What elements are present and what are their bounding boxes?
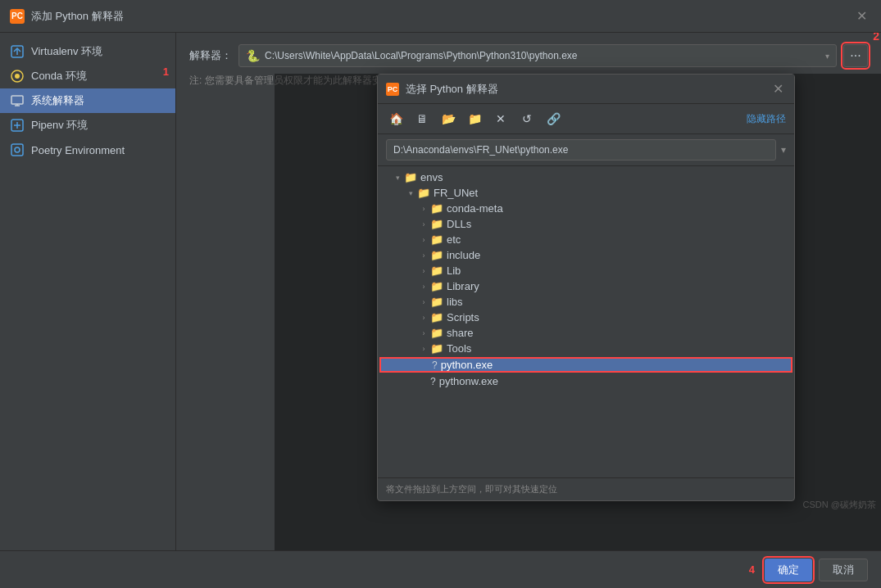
path-input-row: ▾ — [378, 134, 794, 166]
poetry-label: Poetry Environment — [31, 144, 125, 156]
folder-icon: 📁 — [430, 280, 443, 292]
interpreter-label: 解释器： — [189, 48, 232, 63]
folder-icon: 📁 — [430, 296, 443, 308]
close-button[interactable]: ✕ — [851, 7, 871, 26]
folder-icon: 📁 — [417, 187, 430, 199]
cancel-button[interactable]: 取消 — [819, 559, 868, 581]
tree-toggle-lib[interactable]: › — [417, 267, 430, 275]
annotation-1: 1 — [163, 66, 169, 78]
outer-dialog: PC 添加 Python 解释器 ✕ Virtualenv 环境 — [0, 0, 881, 588]
tree-toggle-tools[interactable]: › — [417, 345, 430, 353]
tree-item-etc[interactable]: › 📁 etc — [378, 232, 794, 247]
conda-icon — [10, 69, 25, 84]
tree-item-python-exe[interactable]: ? python.exe — [379, 357, 792, 373]
tree-label-pythonw-exe: pythonw.exe — [439, 375, 498, 387]
folder-icon: 📁 — [430, 265, 443, 277]
main-panel: 解释器： 🐍 C:\Users\White\AppData\Local\Prog… — [176, 33, 881, 550]
tree-item-conda-meta[interactable]: › 📁 conda-meta — [378, 201, 794, 216]
svg-point-6 — [15, 147, 20, 152]
tree-toggle-conda-meta[interactable]: › — [417, 205, 430, 213]
virtualenv-icon — [10, 44, 25, 59]
inner-app-icon: PC — [386, 83, 399, 96]
path-arrow-icon[interactable]: ▾ — [781, 144, 786, 156]
tree-label-scripts: Scripts — [447, 311, 479, 323]
annotation-2: 2 — [873, 33, 879, 43]
tree-item-envs[interactable]: ▾ 📁 envs — [378, 170, 794, 185]
inner-dialog: PC 选择 Python 解释器 ✕ 🏠 🖥 📂 📁 ✕ ↺ 🔗 — [377, 74, 795, 501]
tree-item-dlls[interactable]: › 📁 DLLs — [378, 216, 794, 232]
inner-toolbar: 🏠 🖥 📂 📁 ✕ ↺ 🔗 隐藏路径 — [378, 104, 794, 134]
hide-path-button[interactable]: 隐藏路径 — [747, 112, 786, 126]
inner-dialog-title: 选择 Python 解释器 — [406, 82, 770, 97]
app-icon: PC — [10, 9, 25, 24]
tree-toggle-etc[interactable]: › — [417, 236, 430, 244]
tree-item-scripts[interactable]: › 📁 Scripts — [378, 310, 794, 325]
tree-toggle-include[interactable]: › — [417, 251, 430, 260]
sidebar: Virtualenv 环境 Conda 环境 1 — [0, 33, 176, 550]
path-input[interactable] — [386, 139, 776, 161]
tree-item-libs[interactable]: › 📁 libs — [378, 294, 794, 310]
sidebar-item-conda[interactable]: Conda 环境 1 — [0, 64, 175, 88]
sidebar-item-poetry[interactable]: Poetry Environment — [0, 138, 175, 162]
inner-dialog-overlay: PC 选择 Python 解释器 ✕ 🏠 🖥 📂 📁 ✕ ↺ 🔗 — [275, 74, 881, 550]
tree-label-etc: etc — [447, 233, 461, 246]
svg-rect-3 — [11, 96, 23, 104]
tree-toggle-library[interactable]: › — [417, 283, 430, 291]
tree-toggle-frunet[interactable]: ▾ — [404, 189, 417, 197]
folder-icon: 📁 — [430, 218, 443, 230]
annotation-4: 4 — [749, 563, 755, 576]
folder-icon: 📁 — [430, 249, 443, 261]
toolbar-folder-button[interactable]: 📂 — [438, 109, 458, 129]
dropdown-arrow-icon: ▾ — [825, 52, 829, 61]
folder-icon: 📁 — [430, 202, 443, 215]
toolbar-monitor-button[interactable]: 🖥 — [412, 109, 432, 129]
tree-item-tools[interactable]: › 📁 Tools 3 — [378, 341, 794, 356]
search-hint: 将文件拖拉到上方空间，即可对其快速定位 — [386, 483, 786, 495]
title-bar: PC 添加 Python 解释器 ✕ — [0, 0, 881, 33]
content-area: Virtualenv 环境 Conda 环境 1 — [0, 33, 881, 550]
sidebar-item-system[interactable]: 系统解释器 — [0, 88, 175, 113]
interpreter-path: C:\Users\White\AppData\Local\Programs\Py… — [265, 50, 820, 61]
more-options-button[interactable]: ··· — [843, 44, 868, 67]
svg-point-2 — [15, 74, 20, 79]
outer-bottom: 4 确定 取消 — [0, 550, 881, 588]
sidebar-item-pipenv[interactable]: Pipenv 环境 — [0, 113, 175, 138]
tree-item-lib[interactable]: › 📁 Lib — [378, 263, 794, 278]
conda-label: Conda 环境 — [31, 69, 87, 84]
tree-label-python-exe: python.exe — [441, 359, 493, 371]
system-icon — [10, 93, 25, 108]
interpreter-dropdown[interactable]: 🐍 C:\Users\White\AppData\Local\Programs\… — [238, 44, 837, 67]
sidebar-item-virtualenv[interactable]: Virtualenv 环境 — [0, 39, 175, 64]
tree-item-share[interactable]: › 📁 share — [378, 325, 794, 341]
toolbar-home-button[interactable]: 🏠 — [386, 109, 406, 129]
tree-label-dlls: DLLs — [447, 218, 471, 230]
toolbar-refresh-button[interactable]: ↺ — [517, 109, 537, 129]
tree-label-tools: Tools — [447, 342, 471, 355]
tree-label-library: Library — [447, 280, 479, 292]
tree-toggle-share[interactable]: › — [417, 329, 430, 337]
tree-toggle-dlls[interactable]: › — [417, 220, 430, 228]
tree-item-pythonw-exe[interactable]: ? pythonw.exe — [378, 373, 794, 389]
folder-icon: 📁 — [430, 327, 443, 339]
inner-title-bar: PC 选择 Python 解释器 ✕ — [378, 75, 794, 104]
interpreter-row: 解释器： 🐍 C:\Users\White\AppData\Local\Prog… — [189, 44, 868, 67]
folder-icon: 📁 — [430, 233, 443, 246]
confirm-button[interactable]: 确定 — [765, 559, 812, 581]
tree-toggle-libs[interactable]: › — [417, 298, 430, 306]
dialog-title: 添加 Python 解释器 — [31, 9, 124, 24]
file-tree[interactable]: ▾ 📁 envs ▾ 📁 FR_UNet — [378, 166, 794, 477]
tree-label-frunet: FR_UNet — [434, 187, 478, 199]
inner-close-button[interactable]: ✕ — [770, 81, 786, 97]
folder-icon: 📁 — [430, 342, 443, 355]
pipenv-icon — [10, 118, 25, 133]
svg-rect-5 — [11, 144, 23, 156]
tree-item-include[interactable]: › 📁 include — [378, 247, 794, 263]
tree-item-frunet[interactable]: ▾ 📁 FR_UNet — [378, 185, 794, 201]
tree-item-library[interactable]: › 📁 Library — [378, 278, 794, 294]
toolbar-new-folder-button[interactable]: 📁 — [465, 109, 484, 129]
tree-label-share: share — [447, 327, 474, 339]
tree-toggle-envs[interactable]: ▾ — [391, 174, 404, 182]
tree-toggle-scripts[interactable]: › — [417, 314, 430, 322]
toolbar-link-button[interactable]: 🔗 — [543, 109, 563, 129]
toolbar-delete-button[interactable]: ✕ — [491, 109, 511, 129]
